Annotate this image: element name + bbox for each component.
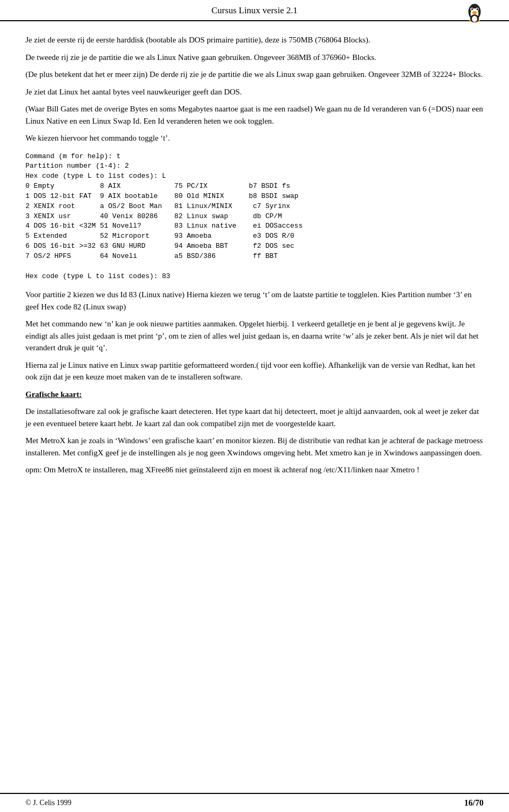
- paragraph-1: Je ziet de eerste rij de eerste harddisk…: [25, 34, 484, 46]
- header-title: Cursus Linux versie 2.1: [212, 5, 297, 16]
- svg-point-7: [473, 11, 477, 13]
- paragraph-6: We kiezen hiervoor het commando toggle ‘…: [25, 132, 484, 144]
- svg-point-4: [471, 8, 473, 10]
- page-container: Cursus Linux versie 2.1 Je ziet de eerst…: [0, 0, 509, 812]
- paragraph-grafisch-heading: Grafische kaart:: [25, 388, 484, 401]
- paragraph-2: De tweede rij zie je de partitie die we …: [25, 51, 484, 64]
- footer-page-number: 16/70: [464, 798, 484, 808]
- footer-copyright: © J. Celis 1999: [25, 799, 72, 807]
- linux-logo-icon: [461, 2, 488, 29]
- page-footer: © J. Celis 1999 16/70: [0, 793, 509, 812]
- paragraph-5: (Waar Bill Gates met de overige Bytes en…: [25, 103, 484, 127]
- code-block-1: Command (m for help): t Partition number…: [25, 152, 484, 282]
- svg-point-11: [472, 16, 477, 22]
- paragraph-7: Voor partitie 2 kiezen we dus Id 83 (Lin…: [25, 289, 484, 313]
- page-header: Cursus Linux versie 2.1: [0, 0, 509, 21]
- paragraph-11: Met MetroX kan je zoals in ‘Windows’ een…: [25, 435, 484, 459]
- grafische-kaart-heading: Grafische kaart:: [25, 390, 82, 399]
- content-area: Je ziet de eerste rij de eerste harddisk…: [0, 21, 509, 513]
- paragraph-9: Hierna zal je Linux native en Linux swap…: [25, 359, 484, 383]
- paragraph-8: Met het commando new ‘n’ kan je ook nieu…: [25, 318, 484, 354]
- svg-point-5: [477, 8, 478, 10]
- paragraph-12: opm: Om MetroX te installeren, mag XFree…: [25, 464, 484, 476]
- paragraph-3: (De plus betekent dat het er meer zijn) …: [25, 68, 484, 81]
- paragraph-4: Je ziet dat Linux het aantal bytes veel …: [25, 86, 484, 98]
- paragraph-10: De installatiesoftware zal ook je grafis…: [25, 405, 484, 429]
